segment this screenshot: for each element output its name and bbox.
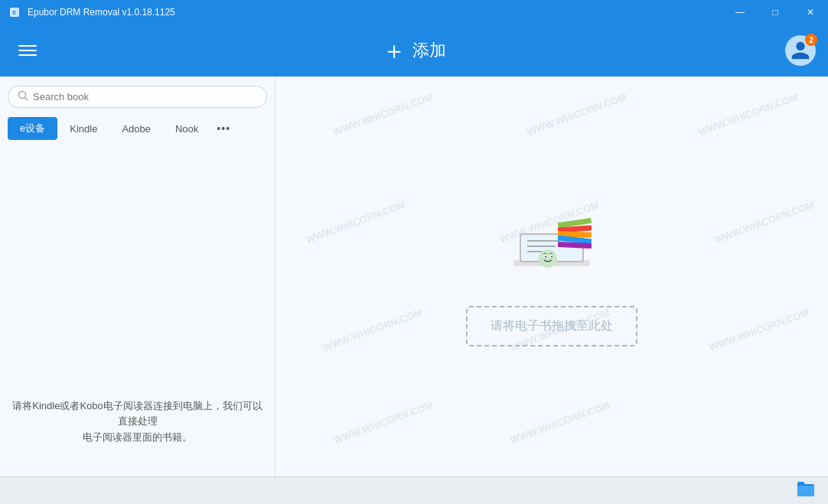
search-box xyxy=(8,86,267,108)
menu-line xyxy=(18,45,37,47)
plus-icon: ＋ xyxy=(382,38,406,63)
watermark: WWW.WHICORN.COM xyxy=(696,91,799,138)
svg-point-18 xyxy=(545,256,546,258)
title-bar: E Epubor DRM Removal v1.0.18.1125 — □ ✕ xyxy=(0,0,828,24)
watermark: WWW.WHICORN.COM xyxy=(509,399,611,446)
maximize-button[interactable]: □ xyxy=(758,0,793,24)
menu-button[interactable] xyxy=(15,42,40,59)
folder-icon xyxy=(796,480,816,497)
watermark: WWW.WHICORN.COM xyxy=(321,307,423,353)
svg-rect-20 xyxy=(797,486,814,496)
left-empty-state: 请将Kindle或者Kobo电子阅读器连接到电脑上，我们可以直接处理电子阅读器里… xyxy=(8,143,267,476)
svg-point-19 xyxy=(551,256,553,258)
svg-text:E: E xyxy=(12,9,17,16)
svg-line-3 xyxy=(25,98,28,101)
watermark: WWW.WHICORN.COM xyxy=(305,199,407,245)
search-input[interactable] xyxy=(33,91,257,102)
app-icon: E xyxy=(8,5,21,19)
close-button[interactable]: ✕ xyxy=(793,0,828,24)
folder-button[interactable] xyxy=(796,480,816,502)
menu-line xyxy=(18,54,37,56)
search-icon xyxy=(18,90,28,103)
app-title: Epubor DRM Removal v1.0.18.1125 xyxy=(28,7,175,18)
avatar-circle: 2 xyxy=(785,35,816,66)
watermark: WWW.WHICORN.COM xyxy=(708,307,810,353)
svg-point-15 xyxy=(539,249,557,268)
main-content: e设备 Kindle Adobe Nook ••• 请将Kindle或者Kobo… xyxy=(0,76,828,476)
more-tabs-button[interactable]: ••• xyxy=(210,118,236,139)
tab-e-device[interactable]: e设备 xyxy=(8,117,57,140)
book-stack-icon xyxy=(506,206,598,291)
minimize-button[interactable]: — xyxy=(722,0,758,24)
book-illustration xyxy=(506,206,598,291)
watermark: WWW.WHICORN.COM xyxy=(332,399,435,446)
add-label: 添加 xyxy=(412,39,446,62)
drop-zone[interactable]: 请将电子书拖拽至此处 xyxy=(466,306,637,346)
add-button[interactable]: ＋ 添加 xyxy=(382,38,446,63)
left-panel: e设备 Kindle Adobe Nook ••• 请将Kindle或者Kobo… xyxy=(0,76,275,476)
avatar-badge: 2 xyxy=(805,34,817,46)
window-controls: — □ ✕ xyxy=(722,0,828,24)
watermark: WWW.WHICORN.COM xyxy=(332,91,435,138)
tab-kindle[interactable]: Kindle xyxy=(57,119,109,139)
watermark: WWW.WHICORN.COM xyxy=(525,91,628,138)
tab-nook[interactable]: Nook xyxy=(163,119,210,139)
tab-adobe[interactable]: Adobe xyxy=(109,119,163,139)
drop-zone-text: 请将电子书拖拽至此处 xyxy=(491,319,613,332)
tab-bar: e设备 Kindle Adobe Nook ••• xyxy=(8,117,267,140)
left-empty-message: 请将Kindle或者Kobo电子阅读器连接到电脑上，我们可以直接处理电子阅读器里… xyxy=(8,398,267,446)
watermark: WWW.WHICORN.COM xyxy=(713,199,816,245)
user-avatar[interactable]: 2 xyxy=(785,35,816,66)
menu-line xyxy=(18,50,37,51)
right-panel: WWW.WHICORN.COM WWW.WHICORN.COM WWW.WHIC… xyxy=(275,76,828,476)
bottom-bar xyxy=(0,476,828,504)
header: ＋ 添加 2 xyxy=(0,24,828,76)
